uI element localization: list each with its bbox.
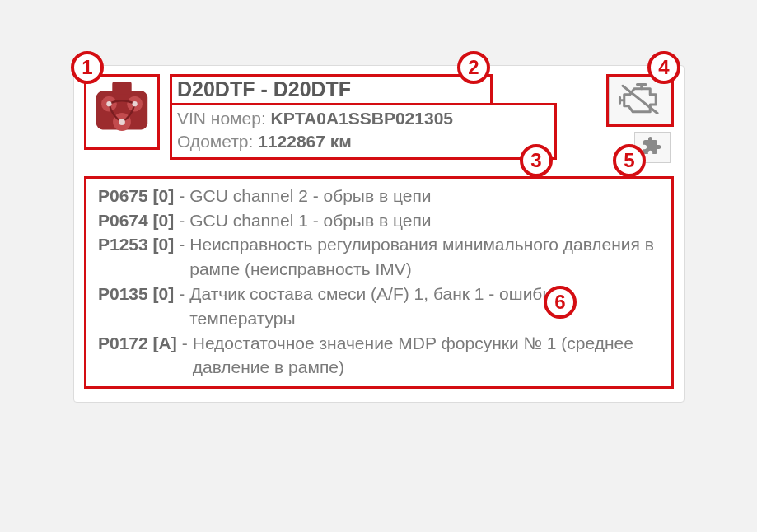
dtc-description: Датчик состава смеси (A/F) 1, банк 1 - о… (189, 282, 660, 331)
engine-icon-wrap (84, 74, 160, 150)
dtc-list-panel: P0675 [0] - GCU channel 2 - обрыв в цепи… (84, 176, 674, 390)
dtc-separator: - (174, 232, 189, 282)
dtc-description: GCU channel 2 - обрыв в цепи (189, 184, 660, 208)
puzzle-icon (643, 136, 662, 159)
dtc-description: Неисправность регулирования минимального… (189, 232, 660, 282)
dtc-code: P1253 [0] (98, 232, 174, 282)
callout-marker-4: 4 (647, 51, 680, 84)
vin-value: KPTA0A1SSBP021305 (271, 109, 453, 128)
callout-marker-5: 5 (613, 144, 646, 177)
ecu-info-card: D20DTF - D20DTF VIN номер: KPTA0A1SSBP02… (73, 65, 685, 403)
check-engine-off-icon (617, 81, 663, 120)
dtc-separator: - (174, 208, 189, 233)
svg-point-6 (132, 101, 137, 106)
svg-rect-1 (112, 82, 131, 95)
ecu-title: D20DTF - D20DTF (177, 77, 485, 101)
callout-marker-6: 6 (544, 286, 577, 319)
callout-marker-2: 2 (457, 51, 490, 84)
dtc-row: P0674 [0] - GCU channel 1 - обрыв в цепи (98, 208, 660, 233)
dtc-separator: - (174, 184, 189, 208)
dtc-code: P0674 [0] (98, 208, 174, 233)
dtc-row: P1253 [0] - Неисправность регулирования … (98, 232, 660, 282)
dtc-row: P0675 [0] - GCU channel 2 - обрыв в цепи (98, 184, 660, 208)
dtc-row: P0172 [A] - Недостаточное значение MDP ф… (98, 331, 660, 380)
vin-label: VIN номер: (177, 109, 266, 128)
callout-marker-1: 1 (71, 51, 104, 84)
dtc-description: GCU channel 1 - обрыв в цепи (189, 208, 660, 233)
dtc-code: P0675 [0] (98, 184, 174, 208)
svg-point-7 (119, 119, 125, 125)
engine-icon (90, 78, 154, 146)
svg-point-5 (106, 101, 111, 106)
ecu-title-box: D20DTF - D20DTF (170, 74, 493, 105)
dtc-description: Недостаточное значение MDP форсунки № 1 … (193, 331, 660, 380)
odometer-line: Одометр: 1122867 км (177, 130, 549, 153)
dtc-separator: - (177, 331, 193, 380)
ecu-info-col: D20DTF - D20DTF VIN номер: KPTA0A1SSBP02… (170, 74, 674, 160)
vin-line: VIN номер: KPTA0A1SSBP021305 (177, 107, 549, 130)
dtc-code: P0172 [A] (98, 331, 177, 380)
card-header: D20DTF - D20DTF VIN номер: KPTA0A1SSBP02… (84, 74, 674, 160)
callout-marker-3: 3 (520, 144, 553, 177)
dtc-code: P0135 [0] (98, 282, 174, 331)
odo-value: 1122867 км (258, 132, 352, 151)
odo-label: Одометр: (177, 132, 253, 151)
ecu-details-box: VIN номер: KPTA0A1SSBP021305 Одометр: 11… (170, 103, 557, 160)
dtc-separator: - (174, 282, 189, 331)
